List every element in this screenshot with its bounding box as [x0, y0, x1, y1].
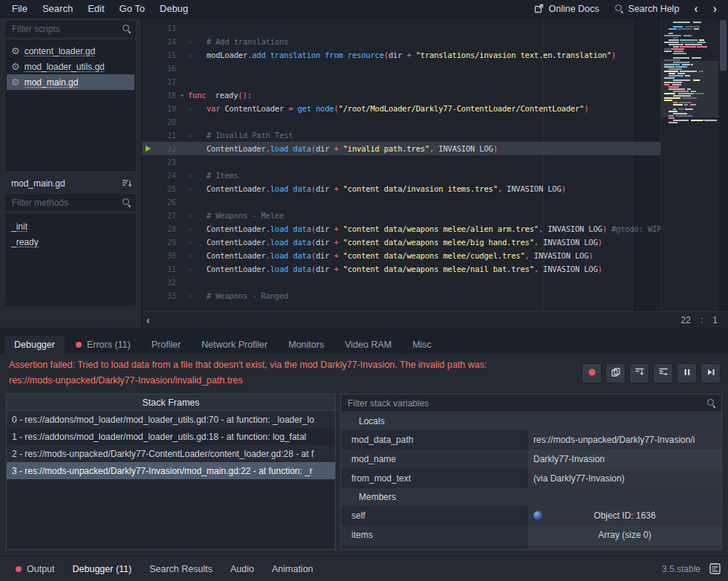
bottom-panel-output[interactable]: Output	[7, 560, 63, 578]
search-help-label: Search Help	[628, 4, 680, 14]
variable-name: ContentData	[341, 545, 528, 550]
code-line-13[interactable]: 13	[142, 22, 660, 35]
code-line-21[interactable]: 21»# Invalid Path Test	[142, 129, 660, 142]
variable-row-contentdata[interactable]: ContentDataObject ID: 1638	[341, 545, 721, 550]
code-line-16[interactable]: 16	[142, 62, 660, 75]
minimap-viewport[interactable]	[661, 61, 718, 117]
method-item-init[interactable]: _init	[7, 218, 134, 234]
tab-misc[interactable]: Misc	[403, 336, 441, 354]
variable-name: mod_name	[341, 449, 528, 469]
code-text: »ContentLoader.load_data(dir + "content_…	[188, 238, 660, 247]
stack-frame-1[interactable]: 1 - res://addons/mod_loader/mod_loader_u…	[7, 428, 335, 445]
filter-methods-input[interactable]	[6, 195, 135, 211]
editor-scrollbar[interactable]	[718, 18, 728, 311]
bottom-panel-debugger-11[interactable]: Debugger (11)	[65, 560, 140, 578]
variable-value-text: (via Darkly77-Invasion)	[533, 473, 625, 484]
line-number: 17	[154, 77, 176, 86]
code-text: »ContentLoader.load_data(dir + "content_…	[188, 224, 660, 233]
code-line-17[interactable]: 17	[142, 75, 660, 88]
variable-row-mod-data-path[interactable]: mod_data_pathres://mods-unpacked/Darkly7…	[341, 430, 721, 449]
step-over-button[interactable]	[653, 363, 673, 383]
script-item-mod-loader-utils-gd[interactable]: ⚙mod_loader_utils.gd	[7, 59, 134, 74]
breakpoint-gutter[interactable]	[142, 146, 154, 152]
method-name: _ready	[11, 237, 39, 247]
tab-network-profiler[interactable]: Network Profiler	[192, 336, 277, 354]
tab-video-ram[interactable]: Video RAM	[335, 336, 401, 354]
script-item-content-loader-gd[interactable]: ⚙content_loader.gd	[7, 43, 134, 59]
stack-frame-0[interactable]: 0 - res://addons/mod_loader/mod_loader_u…	[7, 411, 335, 428]
code-area[interactable]: 1314»# Add translations15»modLoader.add_…	[142, 18, 660, 311]
menu-file[interactable]: File	[4, 0, 35, 17]
code-text: »modLoader.add_translation_from_resource…	[188, 51, 660, 59]
step-into-button[interactable]	[629, 363, 649, 383]
script-gear-icon: ⚙	[11, 46, 20, 56]
variable-row-items[interactable]: itemsArray (size 0)	[341, 525, 721, 545]
code-line-19[interactable]: 19»var ContentLoader = get_node("/root/M…	[142, 102, 660, 115]
search-help-button[interactable]: Search Help	[608, 4, 686, 14]
tab-indent-mark: »	[188, 37, 207, 46]
code-line-14[interactable]: 14»# Add translations	[142, 35, 660, 48]
menu-search[interactable]: Search	[35, 0, 80, 17]
minimap[interactable]	[660, 18, 718, 311]
menu-go-to[interactable]: Go To	[112, 0, 152, 17]
tab-profiler[interactable]: Profiler	[142, 336, 191, 354]
code-line-18[interactable]: 18▾func _ready():	[142, 88, 660, 102]
section-locals[interactable]: Locals	[341, 412, 721, 430]
continue-button[interactable]	[701, 363, 721, 383]
menu-bar-right: Online Docs Search Help ‹ ›	[527, 1, 724, 17]
filter-scripts-input[interactable]	[6, 21, 135, 37]
tab-indent-mark: »	[188, 211, 207, 220]
code-line-25[interactable]: 25»ContentLoader.load_data(dir + "conten…	[142, 182, 660, 195]
break-button[interactable]	[677, 363, 697, 383]
code-line-22[interactable]: 22»ContentLoader.load_data(dir + "invali…	[142, 142, 660, 155]
method-item-ready[interactable]: _ready	[7, 234, 134, 250]
skip-breakpoints-button[interactable]	[582, 363, 602, 383]
code-text: »# Items	[188, 171, 660, 180]
bottom-panel-animation[interactable]: Animation	[264, 560, 322, 578]
code-line-24[interactable]: 24»# Items	[142, 169, 660, 182]
history-forward-button[interactable]: ›	[706, 1, 724, 17]
sort-methods-icon[interactable]	[122, 179, 132, 188]
filter-variables-input[interactable]	[341, 395, 721, 412]
code-line-27[interactable]: 27»# Weapons - Melee	[142, 209, 660, 222]
code-line-31[interactable]: 31»ContentLoader.load_data(dir + "conten…	[142, 262, 660, 276]
code-line-32[interactable]: 32	[142, 276, 660, 289]
line-number: 29	[154, 238, 176, 247]
tab-label: Network Profiler	[201, 340, 267, 350]
code-text: »ContentLoader.load_data(dir + "invalid_…	[188, 144, 660, 153]
fold-arrow-icon[interactable]: ▾	[176, 92, 188, 99]
variable-row-from-mod-text[interactable]: from_mod_text (via Darkly77-Invasion)	[341, 469, 721, 488]
copy-error-button[interactable]	[605, 363, 625, 383]
scroll-left-icon[interactable]: ‹	[146, 314, 150, 326]
online-docs-button[interactable]: Online Docs	[527, 4, 605, 14]
code-line-29[interactable]: 29»ContentLoader.load_data(dir + "conten…	[142, 236, 660, 249]
layout-toggle-icon[interactable]	[709, 563, 721, 574]
menu-debug[interactable]: Debug	[152, 0, 195, 17]
code-line-15[interactable]: 15»modLoader.add_translation_from_resour…	[142, 48, 660, 62]
tab-monitors[interactable]: Monitors	[279, 336, 334, 354]
editor-scrollbar-thumb[interactable]	[720, 20, 727, 71]
code-line-33[interactable]: 33»# Weapons - Ranged	[142, 289, 660, 302]
history-back-button[interactable]: ‹	[687, 1, 704, 17]
stack-frame-3[interactable]: 3 - res://mods-unpacked/Darkly77-Invasio…	[7, 462, 335, 479]
section-members[interactable]: Members	[341, 488, 721, 506]
tab-indent-mark: »	[188, 171, 207, 180]
code-line-23[interactable]: 23	[142, 155, 660, 169]
tab-debugger[interactable]: Debugger	[4, 336, 65, 354]
stack-frame-2[interactable]: 2 - res://mods-unpacked/Darkly77-Content…	[7, 445, 335, 462]
tab-indent-mark: »	[188, 184, 207, 193]
code-line-28[interactable]: 28»ContentLoader.load_data(dir + "conten…	[142, 222, 660, 236]
bottom-panel-audio[interactable]: Audio	[222, 560, 262, 578]
code-line-26[interactable]: 26	[142, 195, 660, 209]
variable-row-self[interactable]: selfObject ID: 1636	[341, 506, 721, 525]
menu-edit[interactable]: Edit	[80, 0, 111, 17]
script-item-mod-main-gd[interactable]: ⚙mod_main.gd	[7, 74, 134, 90]
tab-errors-11[interactable]: Errors (11)	[66, 336, 140, 354]
code-line-30[interactable]: 30»ContentLoader.load_data(dir + "conten…	[142, 249, 660, 262]
code-text: »ContentLoader.load_data(dir + "content_…	[188, 184, 660, 193]
godot-script-editor-window: FileSearchEditGo ToDebug Online Docs Sea…	[0, 0, 728, 581]
code-line-20[interactable]: 20	[142, 115, 660, 129]
line-number: 13	[154, 24, 176, 33]
variable-row-mod-name[interactable]: mod_nameDarkly77-Invasion	[341, 449, 721, 469]
bottom-panel-search-results[interactable]: Search Results	[141, 560, 221, 578]
